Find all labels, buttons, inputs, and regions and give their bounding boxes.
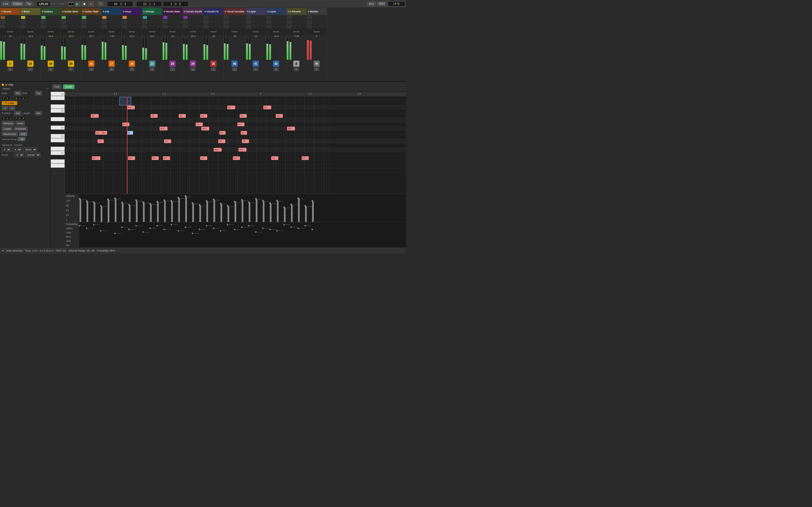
solo-button[interactable]: S — [89, 68, 94, 71]
clip-slot[interactable] — [143, 25, 147, 28]
clip-slot[interactable] — [41, 16, 46, 19]
vel-bar-14[interactable] — [178, 199, 180, 222]
probability-grid[interactable] — [79, 222, 406, 247]
vel-bar-1[interactable] — [87, 202, 88, 222]
rewind-button[interactable]: ◀◀ — [68, 1, 73, 6]
piano-key-A2[interactable] — [51, 147, 64, 151]
clip-slot[interactable] — [41, 20, 46, 24]
vel-bar-29[interactable] — [284, 208, 286, 222]
legato-button[interactable]: Legato — [2, 126, 13, 131]
piano-key-E2[interactable] — [51, 164, 64, 168]
piano-key-C#3[interactable] — [51, 130, 64, 134]
midi-note-12[interactable]: C3 — [164, 139, 171, 143]
midi-note-17[interactable]: Eb3 — [201, 127, 209, 130]
clip-slot[interactable] — [224, 16, 229, 19]
solo-button[interactable]: S — [273, 68, 278, 71]
fader-track[interactable] — [203, 38, 206, 60]
track-header-1[interactable]: Bass — [20, 8, 40, 15]
vel-bar-6[interactable] — [122, 203, 123, 222]
clip-slot[interactable] — [183, 20, 188, 24]
clip-slot[interactable] — [143, 20, 147, 24]
track-badge[interactable]: 35 — [210, 61, 216, 67]
clip-slot[interactable] — [267, 16, 271, 19]
end-set-button[interactable]: Set — [35, 91, 42, 96]
fader-track[interactable] — [61, 38, 63, 60]
vel-bar-16[interactable] — [192, 204, 194, 222]
fader-track-right[interactable] — [3, 38, 5, 60]
midi-note-29[interactable]: G2 — [271, 156, 278, 160]
clip-slot[interactable] — [204, 16, 208, 19]
fader-track-right[interactable] — [165, 38, 167, 60]
track-badge[interactable]: 17 — [109, 61, 115, 67]
track-header-3[interactable]: Guitar Main — [61, 8, 81, 15]
midi-note-20[interactable]: Bb2 — [214, 148, 221, 152]
fader-area[interactable] — [142, 38, 162, 60]
midi-note-24[interactable]: F3 — [238, 122, 245, 126]
clip-slot[interactable] — [102, 20, 107, 24]
solo-button[interactable]: S — [28, 68, 33, 71]
scale-key-select[interactable]: C — [14, 153, 24, 157]
fader-track[interactable] — [246, 38, 248, 60]
fader-track-right[interactable] — [289, 38, 292, 60]
solo-button[interactable]: S — [232, 68, 237, 71]
piano-key-B2[interactable] — [51, 138, 64, 143]
clip-slot[interactable] — [287, 20, 292, 24]
track-header-5[interactable]: Arp — [101, 8, 121, 15]
midi-note-22[interactable]: Bb — [227, 106, 235, 109]
track-badge[interactable]: 18 — [129, 61, 135, 67]
midi-note-7[interactable]: D3 — [127, 131, 133, 135]
track-badge[interactable]: 16 — [88, 61, 94, 67]
fader-area[interactable] — [101, 38, 121, 60]
piano-key-Eb3[interactable] — [51, 121, 64, 126]
fader-track-right[interactable] — [43, 38, 46, 60]
clip-slot[interactable] — [224, 25, 229, 28]
play-button[interactable]: ▶ — [75, 1, 80, 6]
midi-note-32[interactable]: G2 — [302, 156, 309, 160]
fader-area[interactable] — [81, 38, 101, 60]
velocity-grid[interactable] — [79, 194, 406, 222]
fader-area[interactable] — [41, 38, 61, 60]
fader-track[interactable] — [142, 38, 144, 60]
solo-button[interactable]: S — [170, 68, 175, 71]
midi-note-2[interactable]: D3 — [101, 131, 107, 135]
tap-button[interactable]: Tap — [24, 1, 33, 6]
fold-button[interactable]: Fold — [52, 84, 61, 89]
vel-bar-25[interactable] — [256, 200, 257, 222]
solo-button[interactable]: S — [150, 68, 155, 71]
vel-bar-22[interactable] — [235, 203, 236, 222]
midi-note-3[interactable]: C3 — [98, 139, 104, 143]
key-button[interactable]: Key — [367, 1, 376, 6]
len-set-button[interactable]: Set — [35, 111, 42, 115]
clip-slot[interactable] — [21, 20, 26, 24]
track-badge[interactable]: 40 — [232, 61, 238, 67]
fader-track[interactable] — [307, 38, 309, 60]
vel-bar-26[interactable] — [263, 202, 264, 222]
scale-mode-select[interactable]: Dorian — [25, 153, 41, 157]
clip-slot[interactable] — [163, 25, 167, 28]
clip-slot[interactable] — [204, 20, 208, 24]
vel-bar-18[interactable] — [206, 202, 208, 222]
midi-note-6[interactable]: F3 — [122, 122, 130, 126]
vel-bar-24[interactable] — [249, 203, 250, 222]
clip-slot[interactable] — [307, 20, 312, 24]
solo-button[interactable]: S — [8, 68, 13, 71]
solo-button[interactable]: S — [211, 68, 216, 71]
piano-key-C4[interactable]: C4 — [51, 92, 64, 96]
fader-track-right[interactable] — [84, 38, 86, 60]
clip-slot[interactable] — [1, 25, 5, 28]
clip-slot[interactable] — [1, 20, 5, 24]
fader-track-right[interactable] — [23, 38, 26, 60]
clip-slot[interactable] — [61, 20, 66, 24]
track-header-2[interactable]: Guitars — [41, 8, 61, 15]
clip-slot[interactable] — [122, 25, 127, 28]
pos-set-button[interactable]: Set — [14, 111, 21, 115]
midi-note-0[interactable]: G3 — [91, 114, 99, 118]
clip-slot[interactable] — [122, 16, 127, 19]
vel-bar-21[interactable] — [227, 207, 229, 222]
clip-slot[interactable] — [287, 16, 292, 19]
stop-button[interactable]: ■ — [82, 1, 87, 6]
vel-bar-33[interactable] — [312, 202, 314, 222]
vel-bar-27[interactable] — [270, 204, 271, 222]
track-header-8[interactable]: Vocals Main — [162, 8, 183, 15]
track-badge[interactable]: A — [293, 61, 299, 67]
